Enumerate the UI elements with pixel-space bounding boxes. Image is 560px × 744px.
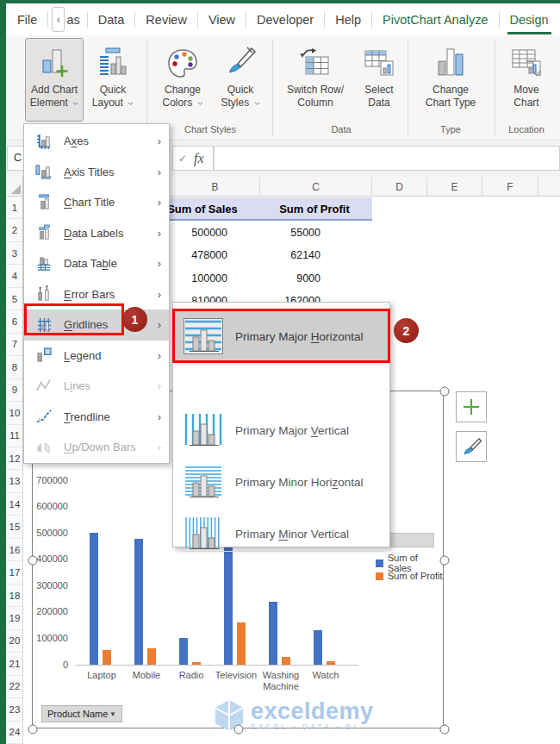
ribbon-button-move-chart[interactable]: MoveChart	[498, 38, 555, 122]
menu-item-data-table[interactable]: Data Table ›	[24, 248, 169, 279]
ribbon-button-select-data[interactable]: SelectData	[353, 38, 405, 122]
ribbon-button-change-chart-type[interactable]: ChangeChart Type	[412, 38, 489, 122]
row-header-8[interactable]: 8	[7, 356, 22, 378]
bar-sales-laptop[interactable]	[90, 533, 98, 665]
tab-file[interactable]: File	[7, 4, 47, 35]
row-header-22[interactable]: 22	[7, 676, 22, 698]
row-header-18[interactable]: 18	[7, 585, 22, 607]
pivot-cell-sales[interactable]: 100000	[171, 266, 227, 290]
bar-profit-watch[interactable]	[327, 661, 335, 665]
bar-profit-radio[interactable]	[192, 662, 201, 665]
row-headers[interactable]: 123456789101112131415161718192021222324	[7, 197, 23, 744]
row-header-21[interactable]: 21	[7, 653, 22, 675]
menu-item-up-down-bars[interactable]: Up/Down Bars ›	[24, 432, 169, 463]
menu-item-legend[interactable]: Legend ›	[24, 341, 169, 372]
row-header-12[interactable]: 12	[7, 447, 22, 470]
bar-profit-washing-machine[interactable]	[282, 657, 290, 665]
selection-handle[interactable]	[28, 725, 38, 735]
submenu-item-primary-major-vertical[interactable]: Primary Major Vertical	[174, 404, 389, 456]
pivot-cell-profit[interactable]: 55000	[252, 221, 320, 244]
category-label-television: Television	[212, 670, 260, 681]
ribbon-button-add-chart-element[interactable]: Add ChartElement	[25, 38, 84, 122]
row-header-19[interactable]: 19	[7, 607, 22, 629]
fx-icon[interactable]: fx	[194, 151, 204, 166]
bar-sales-washing-machine[interactable]	[269, 602, 277, 665]
menu-item-lines[interactable]: Lines ›	[24, 371, 169, 402]
row-header-17[interactable]: 17	[7, 561, 22, 584]
tab-view[interactable]: View	[198, 4, 246, 35]
selection-handle[interactable]	[28, 556, 38, 566]
pivot-cell-profit[interactable]: 9000	[252, 266, 320, 290]
pivot-cell-sales[interactable]: 500000	[171, 221, 227, 244]
row-header-20[interactable]: 20	[7, 630, 22, 653]
submenu-item-label: Primary Major Vertical	[235, 424, 349, 437]
row-header-13[interactable]: 13	[7, 471, 22, 493]
row-header-15[interactable]: 15	[7, 516, 22, 538]
selection-handle[interactable]	[440, 387, 450, 397]
chart-styles-brush-button[interactable]	[456, 431, 487, 462]
submenu-arrow-icon: ›	[158, 349, 161, 362]
selection-handle[interactable]	[234, 725, 244, 735]
column-header-d[interactable]: D	[372, 177, 427, 197]
tab-developer[interactable]: Developer	[246, 4, 324, 35]
row-header-9[interactable]: 9	[7, 379, 22, 402]
tab-pivotchart-analyze[interactable]: PivotChart Analyze	[372, 4, 499, 35]
pivot-cell-sales[interactable]: 478000	[171, 244, 227, 267]
y-tick-label: 700000	[33, 475, 68, 486]
row-header-5[interactable]: 5	[7, 288, 22, 310]
enter-check-icon[interactable]: ✓	[178, 153, 187, 165]
bar-sales-radio[interactable]	[179, 638, 188, 665]
menu-item-data-labels[interactable]: Data Labels ›	[24, 218, 169, 249]
row-header-1[interactable]: 1	[7, 197, 22, 219]
legend-item[interactable]: Sum of Profit	[376, 571, 443, 581]
submenu-arrow-icon: ›	[158, 288, 161, 301]
ribbon-button-quick-layout[interactable]: QuickLayout	[86, 38, 140, 122]
menu-item-axis-titles[interactable]: Axis Titles ›	[24, 157, 169, 188]
row-header-14[interactable]: 14	[7, 493, 22, 516]
column-header-e[interactable]: E	[427, 177, 482, 197]
ribbon-button-label: QuickLayout	[92, 84, 134, 109]
menu-item-chart-title[interactable]: Chart Title ›	[24, 187, 169, 218]
bar-profit-television[interactable]	[237, 622, 246, 666]
row-header-10[interactable]: 10	[7, 402, 22, 424]
row-header-7[interactable]: 7	[7, 334, 22, 356]
ribbon-button-switch-row-column[interactable]: Switch Row/Column	[277, 38, 353, 122]
tab-as-partial[interactable]: ‹as	[48, 4, 86, 35]
submenu-item-primary-minor-horizontal[interactable]: Primary Minor Horizontal	[174, 456, 389, 508]
select-all-triangle-icon	[11, 184, 21, 194]
tab-review[interactable]: Review	[135, 4, 197, 35]
scroll-left-icon[interactable]: ‹	[52, 7, 65, 32]
ribbon-button-change-colors[interactable]: ChangeColors	[153, 38, 212, 122]
bar-sales-watch[interactable]	[314, 630, 322, 665]
row-header-23[interactable]: 23	[7, 698, 22, 721]
bar-sales-mobile[interactable]	[134, 539, 143, 665]
bar-profit-laptop[interactable]	[103, 650, 111, 665]
column-header-c[interactable]: C	[260, 177, 372, 197]
selection-handle[interactable]	[440, 725, 450, 735]
pivot-header-cell[interactable]: Sum of Profit	[258, 197, 370, 221]
product-name-filter-button[interactable]: Product Name▼	[41, 705, 122, 722]
formula-input[interactable]	[214, 146, 560, 171]
trendline-icon	[35, 408, 53, 425]
menu-item-axes[interactable]: Axes ›	[24, 126, 169, 157]
tab-data[interactable]: Data	[88, 4, 135, 35]
column-header-b[interactable]: B	[171, 177, 260, 197]
row-header-11[interactable]: 11	[7, 425, 22, 447]
row-header-4[interactable]: 4	[7, 265, 22, 287]
selection-handle[interactable]	[440, 556, 450, 566]
select-all-corner[interactable]	[7, 177, 23, 197]
row-header-24[interactable]: 24	[7, 722, 22, 744]
row-header-6[interactable]: 6	[7, 310, 22, 333]
pivot-cell-profit[interactable]: 62140	[252, 244, 320, 267]
chart-elements-plus-button[interactable]	[456, 391, 487, 422]
row-header-16[interactable]: 16	[7, 539, 22, 561]
tab-help[interactable]: Help	[325, 4, 371, 35]
row-header-3[interactable]: 3	[7, 242, 22, 265]
row-header-2[interactable]: 2	[7, 219, 22, 241]
tab-design[interactable]: Design	[500, 4, 559, 35]
bar-profit-mobile[interactable]	[147, 648, 156, 665]
column-header-f[interactable]: F	[482, 177, 538, 197]
menu-item-trendline[interactable]: Trendline ›	[24, 402, 169, 433]
ribbon-button-quick-styles[interactable]: QuickStyles	[214, 38, 267, 122]
submenu-item-primary-minor-vertical[interactable]: Primary Minor Vertical	[174, 508, 389, 560]
